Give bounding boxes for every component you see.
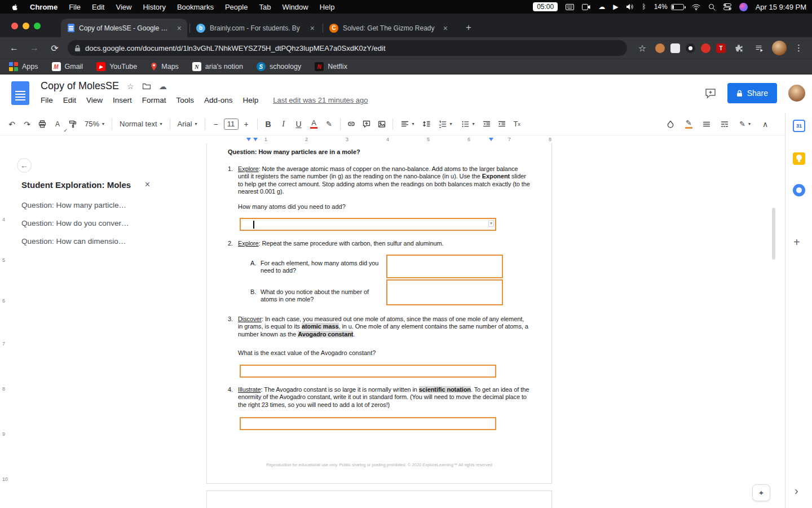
tab-chegg[interactable]: C Solved: Get The Gizmo Ready × xyxy=(323,19,453,37)
add-comment-icon[interactable] xyxy=(359,117,374,132)
tab-close-icon[interactable]: × xyxy=(177,24,182,33)
bulleted-list-icon[interactable]: ▾ xyxy=(457,117,479,132)
docs-menu-addons[interactable]: Add-ons xyxy=(204,95,237,106)
answer-box-3[interactable] xyxy=(240,365,496,378)
bookmark-gmail[interactable]: M Gmail xyxy=(52,62,83,71)
star-icon[interactable]: ☆ xyxy=(127,82,134,91)
document-page-next[interactable] xyxy=(206,491,552,508)
highlight-color-icon[interactable]: ✎ xyxy=(322,117,337,132)
keep-icon[interactable] xyxy=(793,152,805,165)
increase-font-icon[interactable]: + xyxy=(239,117,254,132)
reload-icon[interactable]: ⟳ xyxy=(47,41,62,55)
calendar-icon[interactable]: 31 xyxy=(793,120,805,132)
keyboard-icon[interactable] xyxy=(566,4,574,10)
spotlight-icon[interactable] xyxy=(708,3,716,11)
forward-icon[interactable]: → xyxy=(27,41,42,55)
document-title[interactable]: Copy of MolesSE xyxy=(41,80,119,92)
extension-icon[interactable]: T xyxy=(716,43,726,53)
indent-marker[interactable] xyxy=(246,138,251,141)
decrease-font-icon[interactable]: − xyxy=(209,117,223,132)
document-page[interactable]: Question: How many particles are in a mo… xyxy=(206,143,552,484)
docs-menu-format[interactable]: Format xyxy=(142,95,171,106)
indent-marker[interactable] xyxy=(253,138,258,141)
share-button[interactable]: Share xyxy=(727,83,777,103)
outline-item[interactable]: Question: How can dimensio… xyxy=(21,237,151,246)
menubar-item-history[interactable]: History xyxy=(137,3,171,11)
outline-item[interactable]: Question: How do you conver… xyxy=(21,219,151,227)
menubar-item-view[interactable]: View xyxy=(110,3,137,11)
answer-box-2a[interactable] xyxy=(386,255,503,278)
answer-box-2b[interactable] xyxy=(386,279,503,305)
styles-select[interactable]: Normal text▾ xyxy=(116,117,166,132)
battery-icon[interactable] xyxy=(671,4,684,10)
outline-item-current[interactable]: Question: How many particle… xyxy=(21,201,151,209)
menubar-item-edit[interactable]: Edit xyxy=(86,3,110,11)
bluetooth-icon[interactable]: ᛒ xyxy=(642,3,646,10)
docs-menu-insert[interactable]: Insert xyxy=(113,95,136,106)
dropdown-icon[interactable]: ▾ xyxy=(488,220,494,227)
menubar-item-people[interactable]: People xyxy=(219,3,253,11)
explore-button[interactable]: ✦ xyxy=(752,484,770,501)
numbered-list-icon[interactable]: ▾ xyxy=(434,117,456,132)
border-color-icon[interactable]: ✎ xyxy=(681,117,696,132)
docs-menu-tools[interactable]: Tools xyxy=(176,95,199,106)
editing-mode-icon[interactable]: ✎ ▾ xyxy=(735,117,754,132)
bookmark-youtube[interactable]: ▶ YouTube xyxy=(96,62,137,71)
undo-icon[interactable]: ↶ xyxy=(5,117,19,132)
docs-menu-view[interactable]: View xyxy=(86,95,107,106)
bookmark-apps[interactable]: Apps xyxy=(9,62,38,71)
bookmark-star-icon[interactable]: ☆ xyxy=(635,41,650,55)
tab-close-icon[interactable]: × xyxy=(443,24,448,33)
tasks-icon[interactable] xyxy=(793,184,805,196)
menubar-item-window[interactable]: Window xyxy=(276,3,314,11)
answer-box-4[interactable] xyxy=(240,417,496,430)
insert-link-icon[interactable] xyxy=(344,117,359,132)
tab-brainly[interactable]: b Brainly.com - For students. By × xyxy=(189,19,320,37)
bold-icon[interactable]: B xyxy=(261,117,276,132)
wifi-icon[interactable] xyxy=(692,4,700,10)
back-button[interactable]: ← xyxy=(17,158,32,173)
clear-formatting-icon[interactable]: Tx xyxy=(510,117,524,132)
extensions-puzzle-icon[interactable] xyxy=(731,41,746,55)
address-bar[interactable]: docs.google.com/document/d/1ln3vGhL7NhkW… xyxy=(68,40,627,56)
italic-icon[interactable]: I xyxy=(276,117,291,132)
window-close-button[interactable] xyxy=(11,23,18,29)
menubar-item-file[interactable]: File xyxy=(63,3,86,11)
font-select[interactable]: Arial▾ xyxy=(174,117,201,132)
extension-icon[interactable] xyxy=(655,43,665,53)
line-style-icon[interactable] xyxy=(699,117,714,132)
extension-icon[interactable] xyxy=(701,43,710,53)
print-icon[interactable] xyxy=(35,117,50,132)
move-folder-icon[interactable] xyxy=(142,82,151,90)
font-size-field[interactable]: 11 xyxy=(224,119,239,130)
decrease-indent-icon[interactable] xyxy=(479,117,494,132)
window-minimize-button[interactable] xyxy=(23,23,29,29)
insert-image-icon[interactable] xyxy=(374,117,389,132)
bookmark-netflix[interactable]: N Netflix xyxy=(315,62,347,71)
camera-icon[interactable] xyxy=(582,4,590,10)
border-width-icon[interactable] xyxy=(717,117,732,132)
scrollbar-thumb[interactable] xyxy=(772,208,775,260)
right-indent-marker[interactable] xyxy=(489,138,493,141)
docs-menu-help[interactable]: Help xyxy=(242,95,263,106)
tab-close-icon[interactable]: × xyxy=(310,24,315,33)
reading-list-icon[interactable] xyxy=(752,41,766,55)
bookmark-notion[interactable]: N aria's notion xyxy=(192,62,243,71)
hide-panel-chevron[interactable]: › xyxy=(795,484,798,497)
profile-avatar[interactable] xyxy=(772,41,787,55)
underline-icon[interactable]: U xyxy=(292,117,306,132)
menubar-clock[interactable]: Apr 15 9:49 PM xyxy=(756,3,806,11)
collapse-toolbar-icon[interactable]: ∧ xyxy=(758,117,773,132)
zoom-select[interactable]: 75%▾ xyxy=(81,117,108,132)
new-tab-button[interactable]: + xyxy=(466,22,471,33)
increase-indent-icon[interactable] xyxy=(495,117,509,132)
fill-color-icon[interactable] xyxy=(663,117,678,132)
chrome-menu-icon[interactable]: ⋮ xyxy=(792,43,805,53)
apple-menu-icon[interactable] xyxy=(6,3,24,11)
extension-icon[interactable] xyxy=(670,43,680,53)
cloud-icon[interactable]: ☁ xyxy=(598,3,605,10)
google-docs-logo[interactable] xyxy=(11,81,29,105)
bookmark-schoology[interactable]: S schoology xyxy=(257,62,301,71)
play-icon[interactable]: ▶ xyxy=(613,3,618,10)
line-spacing-icon[interactable] xyxy=(419,117,434,132)
